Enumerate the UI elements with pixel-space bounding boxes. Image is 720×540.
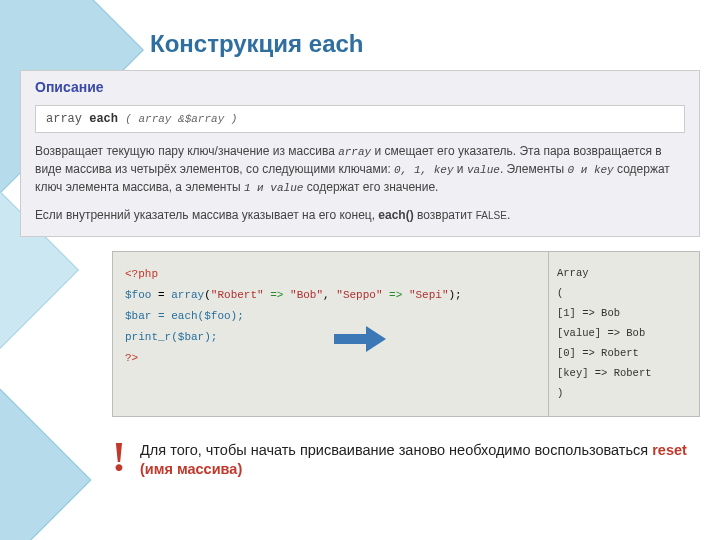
slide-title: Конструкция each <box>150 30 700 58</box>
php-close-tag: ?> <box>125 352 138 364</box>
code-example-area: <?php $foo = array("Robert" => "Bob", "S… <box>112 251 700 417</box>
note-row: ! Для того, чтобы начать присваивание за… <box>112 439 700 480</box>
svg-marker-1 <box>366 326 386 352</box>
description-paragraph-1: Возвращает текущую пару ключ/значение из… <box>35 143 685 197</box>
exclamation-icon: ! <box>112 439 126 477</box>
code-output: Array ( [1] => Bob [value] => Bob [0] =>… <box>549 252 699 416</box>
description-heading: Описание <box>35 79 685 95</box>
sig-return-type: array <box>46 112 82 126</box>
sig-params: ( array &$array ) <box>125 113 237 125</box>
function-signature: array each ( array &$array ) <box>35 105 685 133</box>
note-text: Для того, чтобы начать присваивание зано… <box>140 439 700 480</box>
slide-content: Конструкция each Описание array each ( a… <box>0 0 720 480</box>
arrow-icon <box>330 322 390 356</box>
php-open-tag: <?php <box>125 268 158 280</box>
svg-rect-0 <box>334 334 368 344</box>
code-source: <?php $foo = array("Robert" => "Bob", "S… <box>113 252 549 416</box>
description-paragraph-2: Если внутренний указатель массива указыв… <box>35 207 685 224</box>
sig-function-name: each <box>89 112 118 126</box>
description-panel: Описание array each ( array &$array ) Во… <box>20 70 700 237</box>
